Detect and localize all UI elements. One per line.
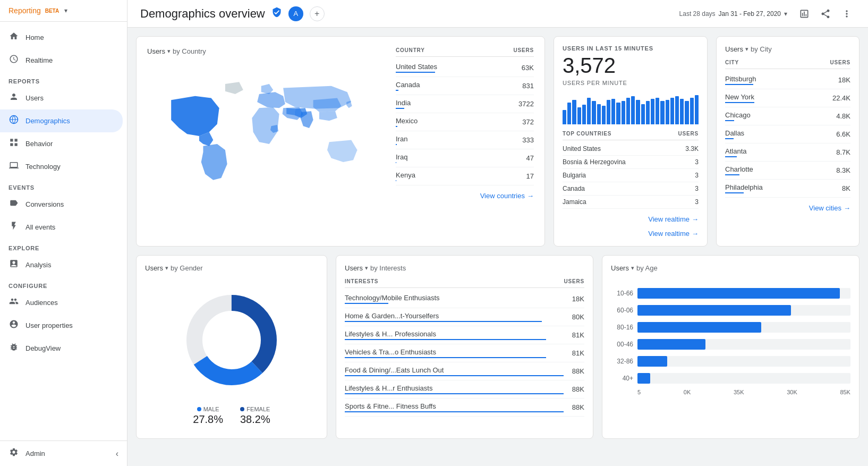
interests-rows: Technology/Mobile Enthusiasts 18K Home &… (345, 290, 584, 417)
realtime-bar (577, 107, 581, 124)
audiences-icon (8, 296, 19, 309)
top-country-row: Jamaica3 (563, 196, 699, 209)
sidebar-beta-badge: BETA (45, 8, 59, 14)
realtime-bar (656, 98, 659, 124)
realtime-bar (651, 99, 654, 124)
list-item: Home & Garden...t-Yourselfers 80K (345, 308, 584, 326)
top-countries-header: TOP COUNTRIES USERS (563, 131, 699, 140)
female-dot (240, 407, 244, 411)
realtime-bar (597, 104, 601, 125)
age-card-title: Users ▾ by Age (611, 264, 850, 272)
city-row: Philadelphia 8K (725, 180, 850, 198)
sidebar-chevron-icon[interactable]: ▾ (64, 7, 67, 14)
conversions-icon (8, 198, 19, 210)
sidebar-item-users[interactable]: Users (0, 87, 123, 109)
topbar-right: Last 28 days Jan 31 - Feb 27, 2020 ▾ (679, 5, 855, 22)
view-cities-link[interactable]: View cities → (725, 204, 850, 212)
male-dot (197, 407, 201, 411)
sidebar-item-users-label: Users (25, 94, 44, 102)
age-bar-row: 00-46 (611, 336, 850, 353)
country-dropdown-icon[interactable]: ▾ (167, 48, 171, 55)
realtime-bar (660, 101, 664, 124)
age-bar-row: 10-66 (611, 285, 850, 302)
sidebar: Reporting BETA ▾ Home Realtime REPORTS U… (0, 0, 127, 466)
realtime-bar (616, 103, 620, 124)
age-bar-row: 32-86 (611, 353, 850, 370)
date-range-value: Jan 31 - Feb 27, 2020 (719, 10, 781, 18)
sidebar-item-admin[interactable]: Admin (8, 447, 116, 460)
realtime-card: USERS IN LAST 15 MINUTES 3,572 USERS PER… (554, 36, 708, 247)
country-table: COUNTRY USERS United States 63K Canada 8… (396, 47, 534, 212)
city-rows: Pittsburgh 18K New York 22.4K Chicago 4.… (725, 71, 850, 198)
top-country-row: Canada3 (563, 182, 699, 196)
export-button[interactable] (796, 5, 813, 22)
realtime-bar (607, 100, 610, 124)
sidebar-item-audiences-label: Audiences (25, 299, 58, 307)
city-table-header: CITY USERS (725, 60, 850, 69)
realtime-bar (611, 99, 615, 124)
gender-dropdown-icon[interactable]: ▾ (165, 265, 168, 272)
table-row: Iran 333 (396, 131, 534, 149)
view-realtime-link[interactable]: View realtime→ (563, 215, 699, 223)
list-item: Lifestyles & H... Professionals 81K (345, 326, 584, 344)
sidebar-title: Reporting (8, 6, 41, 15)
sidebar-item-realtime-label: Realtime (25, 56, 53, 64)
view-countries-link[interactable]: View countries → (396, 192, 534, 200)
interests-dropdown-icon[interactable]: ▾ (365, 265, 368, 272)
city-dropdown-icon[interactable]: ▾ (745, 46, 748, 53)
city-row: New York 22.4K (725, 89, 850, 107)
share-button[interactable] (817, 5, 834, 22)
technology-icon (8, 160, 19, 173)
realtime-bar (685, 101, 688, 124)
interests-table-header: INTERESTS USERS (345, 278, 584, 288)
sidebar-item-audiences[interactable]: Audiences (0, 291, 123, 314)
home-icon (8, 31, 19, 44)
sidebar-header[interactable]: Reporting BETA ▾ (0, 0, 127, 22)
bottom-row: Users ▾ by Gender (136, 255, 860, 439)
date-range-label: Last 28 days (679, 10, 716, 18)
top-row: Users ▾ by Country (136, 36, 860, 247)
age-bar-row: 40+ (611, 370, 850, 387)
map-area: Users ▾ by Country (147, 47, 387, 212)
city-row: Atlanta 8.7K (725, 143, 850, 162)
sidebar-item-debugview-label: DebugView (25, 344, 61, 352)
sidebar-item-conversions[interactable]: Conversions (0, 193, 123, 216)
sidebar-item-technology[interactable]: Technology (0, 155, 123, 178)
female-value: 38.2% (240, 413, 270, 426)
behavior-icon (8, 138, 19, 150)
sidebar-collapse-icon[interactable]: ‹ (116, 449, 118, 459)
sidebar-item-home-label: Home (25, 33, 44, 41)
more-button[interactable] (838, 5, 855, 22)
sidebar-item-home[interactable]: Home (0, 26, 123, 49)
sidebar-section-explore: EXPLORE (0, 239, 127, 253)
date-range-selector[interactable]: Last 28 days Jan 31 - Feb 27, 2020 ▾ (679, 10, 787, 18)
realtime-bar (646, 101, 650, 124)
sidebar-item-user-properties-label: User properties (25, 321, 73, 329)
sidebar-item-demographics-label: Demographics (25, 117, 70, 125)
view-realtime-link[interactable]: View realtime → (563, 230, 699, 238)
sidebar-item-all-events-label: All events (25, 223, 55, 231)
list-item: Food & Dining/...Eats Lunch Out 88K (345, 362, 584, 380)
age-dropdown-icon[interactable]: ▾ (631, 265, 634, 272)
age-bar-row: 60-06 (611, 302, 850, 319)
sidebar-item-analysis[interactable]: Analysis (0, 253, 123, 276)
svg-rect-1 (10, 139, 13, 141)
sidebar-item-behavior[interactable]: Behavior (0, 132, 123, 155)
age-axis: 5 0K 35K 30K 85K (611, 387, 850, 395)
gender-donut-chart (145, 278, 318, 402)
add-button[interactable]: + (310, 6, 325, 21)
list-item: Technology/Mobile Enthusiasts 18K (345, 290, 584, 308)
city-card: Users ▾ by City CITY USERS Pittsburgh 18… (716, 36, 860, 247)
top-country-row: Bosnia & Herzegovina3 (563, 156, 699, 169)
sidebar-item-user-properties[interactable]: User properties (0, 314, 123, 337)
sidebar-item-all-events[interactable]: All events (0, 216, 123, 239)
city-row: Charlotte 8.3K (725, 162, 850, 180)
sidebar-item-demographics[interactable]: Demographics (0, 109, 123, 132)
table-row: Mexico 372 (396, 113, 534, 131)
top-countries-list: United States3.3KBosnia & Herzegovina3Bu… (563, 142, 699, 209)
realtime-bar (641, 104, 645, 125)
realtime-bar (675, 96, 679, 124)
sidebar-item-debugview[interactable]: DebugView (0, 337, 123, 360)
sidebar-item-realtime[interactable]: Realtime (0, 49, 123, 72)
list-item: Vehicles & Tra...o Enthusiasts 81K (345, 344, 584, 362)
